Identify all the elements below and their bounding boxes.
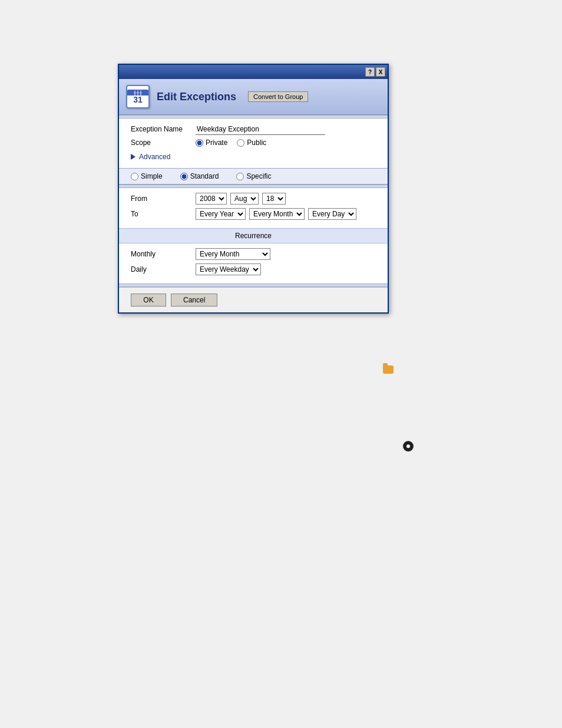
from-label: From [131,195,196,203]
dialog-footer: OK Cancel [119,287,388,312]
recurrence-heading: Recurrence [119,228,388,243]
convert-to-group-button[interactable]: Convert to Group [248,91,308,102]
scope-radio-group: Private Public [196,139,266,147]
mode-specific-tab[interactable]: Specific [236,172,271,180]
mode-standard-radio[interactable] [180,173,188,180]
daily-row: Daily Every Weekday Every Day Every Week… [131,263,376,275]
mode-standard-label: Standard [190,172,219,180]
folder-shape [383,365,394,374]
monthly-select[interactable]: Every Month Every Other Month Every Quar… [196,248,270,260]
mode-specific-label: Specific [246,172,271,180]
to-day-select[interactable]: Every Day [308,208,356,220]
mode-tab-section: Simple Standard Specific [119,168,388,185]
monthly-row: Monthly Every Month Every Other Month Ev… [131,248,376,260]
close-button[interactable]: X [376,67,385,77]
from-year-select[interactable]: 2008 [196,193,227,205]
from-month-select[interactable]: Aug [230,193,259,205]
mode-simple-label: Simple [141,172,163,180]
to-controls: Every Year Every Month Every Day [196,208,356,220]
scope-row: Scope Private Public [131,139,376,147]
exception-name-section: Exception Name Weekday Exception Scope P… [119,118,388,168]
dialog-body: Exception Name Weekday Exception Scope P… [119,118,388,312]
mode-simple-radio[interactable] [131,173,138,180]
calendar-icon-number: 31 [133,95,143,104]
mode-standard-tab[interactable]: Standard [180,172,219,180]
monthly-label: Monthly [131,250,196,258]
scope-public-option[interactable]: Public [237,139,266,147]
mode-specific-radio[interactable] [236,173,244,180]
ok-button[interactable]: OK [131,294,166,307]
edit-exceptions-dialog: ? X ╫╫╫ 31 Edit Exceptions Convert to Gr… [118,64,389,314]
scope-private-label: Private [206,139,227,147]
to-year-select[interactable]: Every Year [196,208,246,220]
advanced-arrow-icon [131,154,135,160]
exception-name-label: Exception Name [131,125,196,133]
cancel-button[interactable]: Cancel [171,294,217,307]
desktop-folder-icon[interactable] [383,365,395,377]
dialog-titlebar: ? X [119,65,388,79]
exception-name-row: Exception Name Weekday Exception [131,123,376,135]
scope-private-option[interactable]: Private [196,139,227,147]
to-month-select[interactable]: Every Month [249,208,305,220]
from-controls: 2008 Aug 18 [196,193,286,205]
to-row: To Every Year Every Month Every Day [131,208,376,220]
daily-select[interactable]: Every Weekday Every Day Every Weekend [196,263,261,275]
titlebar-buttons: ? X [365,67,385,77]
date-range-section: From 2008 Aug 18 To [119,188,388,228]
recurrence-section: Monthly Every Month Every Other Month Ev… [119,243,388,284]
scope-private-radio[interactable] [196,139,203,147]
from-day-select[interactable]: 18 [262,193,286,205]
mode-simple-tab[interactable]: Simple [131,172,163,180]
exception-name-input[interactable]: Weekday Exception [196,123,325,135]
clock-shape [403,441,414,452]
advanced-toggle[interactable]: Advanced [131,150,376,163]
advanced-label: Advanced [139,153,170,161]
help-button[interactable]: ? [365,67,375,77]
to-label: To [131,210,196,218]
from-row: From 2008 Aug 18 [131,193,376,205]
desktop-clock-icon[interactable] [403,441,415,453]
scope-label: Scope [131,139,196,147]
dialog-header: ╫╫╫ 31 Edit Exceptions Convert to Group [119,79,388,115]
dialog-title: Edit Exceptions [157,91,236,103]
daily-label: Daily [131,265,196,274]
scope-public-label: Public [247,139,266,147]
scope-public-radio[interactable] [237,139,244,147]
calendar-icon: ╫╫╫ 31 [126,85,150,108]
